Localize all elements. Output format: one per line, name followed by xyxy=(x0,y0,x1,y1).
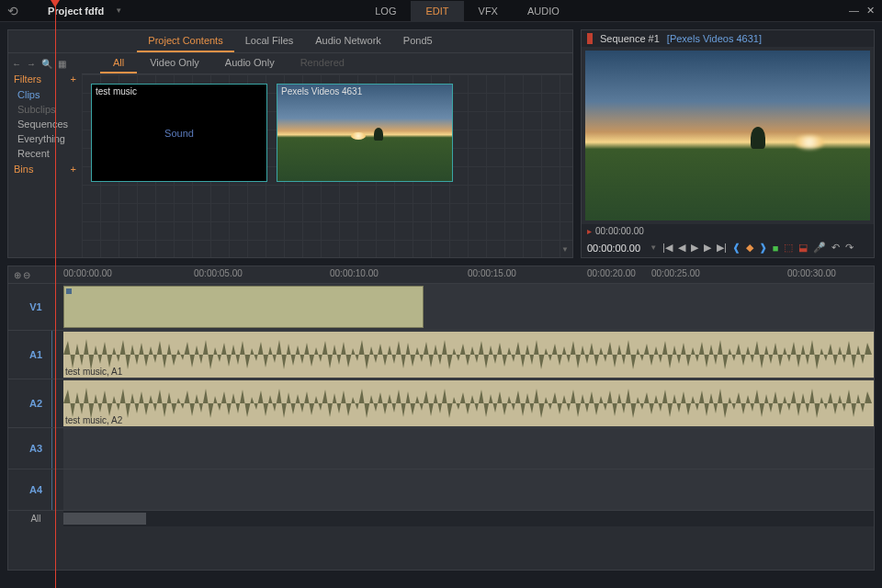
timeline-panel: ⊕ ⊖ 00:00:00.00 00:00:05.00 00:00:10.00 … xyxy=(0,266,882,578)
tab-log[interactable]: LOG xyxy=(360,1,411,21)
tab-local-files[interactable]: Local Files xyxy=(234,30,305,52)
ftab-audio-only[interactable]: Audio Only xyxy=(212,53,288,74)
track-a3: A3 xyxy=(8,427,874,469)
ftab-all[interactable]: All xyxy=(100,53,137,74)
track-body-a2[interactable]: test music, A2 xyxy=(63,379,874,427)
track-v1: V1 Pexels Videos 4631 xyxy=(8,283,874,330)
sequence-marker-icon xyxy=(587,33,593,44)
main-timecode: 00:00:00.00 xyxy=(587,243,640,254)
track-body-a3[interactable] xyxy=(63,428,874,469)
overwrite-button[interactable]: ⬚ xyxy=(784,242,793,254)
media-sidebar: ← → 🔍 ▦ Filters + Clips Subclips Sequenc… xyxy=(8,53,82,257)
timecode-bar: ▸ 00:00:00.00 xyxy=(582,224,874,238)
sequence-clip-name: [Pexels Videos 4631] xyxy=(667,33,762,44)
tab-audio-network[interactable]: Audio Network xyxy=(304,30,392,52)
filter-sequences[interactable]: Sequences xyxy=(12,117,78,131)
tab-project-contents[interactable]: Project Contents xyxy=(137,30,233,52)
clip-thumbnail-audio[interactable]: test music Sound xyxy=(91,84,267,182)
thumb-label: Pexels Videos 4631 xyxy=(281,86,362,96)
nav-back-icon[interactable]: ← xyxy=(12,59,21,69)
voice-over-button[interactable]: 🎤 xyxy=(813,242,826,254)
goto-start-button[interactable]: |◀ xyxy=(662,242,673,254)
mark-in-button[interactable]: ❰ xyxy=(732,242,741,254)
timeline-playhead[interactable] xyxy=(55,0,56,588)
timeline-ruler[interactable]: ⊕ ⊖ 00:00:00.00 00:00:05.00 00:00:10.00 … xyxy=(8,266,874,283)
transport-controls: 00:00:00.00 ▼ |◀ ◀ ▶ ▶ ▶| ❰ ◆ ❱ ■ ⬚ ⬓ 🎤 … xyxy=(582,238,874,257)
sequence-header: Sequence #1 [Pexels Videos 4631] xyxy=(582,30,874,47)
ruler-tick: 00:00:10.00 xyxy=(330,268,379,278)
timeline-scrollbar[interactable] xyxy=(63,511,874,526)
track-all: All xyxy=(8,510,874,526)
clip-marker-icon xyxy=(66,288,72,294)
clip-thumbnail-video[interactable]: Pexels Videos 4631 xyxy=(277,84,453,182)
tab-audio[interactable]: AUDIO xyxy=(513,1,574,21)
filter-everything[interactable]: Everything xyxy=(12,131,78,146)
ftab-rendered[interactable]: Rendered xyxy=(288,53,357,74)
video-viewer[interactable] xyxy=(585,51,870,220)
audio-clip-label-a2: test music, A2 xyxy=(65,415,122,425)
thumbnail-tree-shape xyxy=(374,128,383,141)
bins-label: Bins xyxy=(14,164,33,175)
video-clip[interactable] xyxy=(63,286,424,328)
ftab-video-only[interactable]: Video Only xyxy=(137,53,212,74)
filter-clips[interactable]: Clips xyxy=(12,87,78,102)
zoom-in-icon[interactable]: ⊕ xyxy=(14,270,21,280)
add-filter-icon[interactable]: + xyxy=(71,74,76,85)
track-a4: A4 xyxy=(8,469,874,510)
tab-edit[interactable]: EDIT xyxy=(411,1,463,21)
waveform-a1 xyxy=(63,336,872,373)
timecode-dropdown-icon[interactable]: ▼ xyxy=(650,243,657,252)
back-button[interactable]: ⟲ xyxy=(7,4,26,18)
audio-clip-label-a1: test music, A1 xyxy=(65,367,122,377)
step-forward-button[interactable]: ▶ xyxy=(704,242,711,254)
search-icon[interactable]: 🔍 xyxy=(41,59,52,69)
audio-clip-a1[interactable]: test music, A1 xyxy=(63,332,874,378)
zoom-out-icon[interactable]: ⊖ xyxy=(23,270,30,280)
thumb-label: test music xyxy=(96,86,137,96)
step-back-button[interactable]: ◀ xyxy=(678,242,685,254)
close-icon[interactable]: ✕ xyxy=(866,5,875,17)
viewer-panel: Sequence #1 [Pexels Videos 4631] ▸ 00:00… xyxy=(581,29,875,258)
tab-vfx[interactable]: VFX xyxy=(464,1,513,21)
project-dropdown-icon[interactable]: ▼ xyxy=(115,6,122,15)
filters-label: Filters xyxy=(14,74,41,85)
viewer-sun-shape xyxy=(796,136,823,149)
type-filter-tabs: All Video Only Audio Only Rendered xyxy=(82,53,572,74)
mark-clip-button[interactable]: ◆ xyxy=(746,242,753,254)
grid-view-icon[interactable]: ▦ xyxy=(58,59,66,69)
ruler-tick: 00:00:25.00 xyxy=(651,268,700,278)
play-button[interactable]: ▶ xyxy=(691,242,698,254)
nav-fwd-icon[interactable]: → xyxy=(27,59,36,69)
mark-out-button[interactable]: ❱ xyxy=(759,242,767,254)
playhead-marker-icon: ▸ xyxy=(587,226,592,236)
audio-clip-a2[interactable]: test music, A2 xyxy=(63,380,874,426)
main-tabs: LOG EDIT VFX AUDIO xyxy=(360,1,574,21)
sequence-name: Sequence #1 xyxy=(600,33,660,44)
goto-end-button[interactable]: ▶| xyxy=(717,242,727,254)
redo-button[interactable]: ↷ xyxy=(845,242,854,254)
filters-heading: Filters + xyxy=(12,71,78,87)
filter-recent[interactable]: Recent xyxy=(12,146,78,161)
ruler-tick: 00:00:30.00 xyxy=(787,268,836,278)
viewer-timecode: 00:00:00.00 xyxy=(595,226,644,236)
filter-subclips[interactable]: Subclips xyxy=(12,102,78,117)
project-title: Project fdfd xyxy=(48,6,104,17)
track-body-a4[interactable] xyxy=(63,469,874,510)
add-bin-icon[interactable]: + xyxy=(71,164,76,175)
ruler-tick: 00:00:05.00 xyxy=(194,268,243,278)
ruler-tick: 00:00:00.00 xyxy=(63,268,112,278)
track-body-v1[interactable]: Pexels Videos 4631 xyxy=(63,284,874,330)
undo-button[interactable]: ↶ xyxy=(831,242,840,254)
track-body-a1[interactable]: test music, A1 xyxy=(63,331,874,379)
thumbs-dropdown-icon[interactable]: ▼ xyxy=(561,245,569,254)
media-source-tabs: Project Contents Local Files Audio Netwo… xyxy=(8,30,572,53)
ruler-tick: 00:00:15.00 xyxy=(468,268,516,278)
thumbnail-grid: test music Sound Pexels Videos 4631 ▼ xyxy=(82,74,572,257)
minimize-icon[interactable]: — xyxy=(849,5,859,17)
tab-pond5[interactable]: Pond5 xyxy=(392,30,444,52)
sound-placeholder: Sound xyxy=(164,128,194,139)
insert-button[interactable]: ■ xyxy=(773,243,779,254)
replace-button[interactable]: ⬓ xyxy=(798,242,808,254)
scrollbar-thumb[interactable] xyxy=(63,513,146,525)
thumbnail-sun-shape xyxy=(351,132,366,140)
